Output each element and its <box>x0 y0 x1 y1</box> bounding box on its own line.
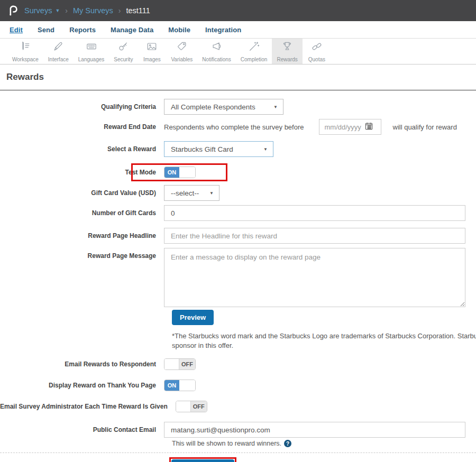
reward-end-date-label: Reward End Date <box>0 123 164 131</box>
tab-send[interactable]: Send <box>30 26 62 34</box>
interface-icon <box>52 40 65 55</box>
toolbar-item-languages[interactable]: Languages <box>74 39 109 64</box>
reward-headline-input[interactable] <box>164 228 465 244</box>
languages-icon <box>85 40 98 55</box>
end-date-prefix-text: Respondents who complete the survey befo… <box>164 123 304 131</box>
display-reward-label: Display Reward on Thank You Page <box>0 382 164 389</box>
notifications-icon <box>210 40 223 55</box>
toggle-knob <box>179 167 195 178</box>
workspace-icon <box>19 40 32 55</box>
tab-mobile[interactable]: Mobile <box>161 26 198 34</box>
reward-end-date-field[interactable] <box>319 119 381 135</box>
display-reward-toggle[interactable]: ON <box>164 380 196 391</box>
edit-sections-toolbar: Workspace Interface Languages Security I… <box>0 39 476 64</box>
dropdown-caret-icon: ▼ <box>273 105 278 109</box>
reward-headline-label: Reward Page Headline <box>0 232 164 239</box>
preview-button[interactable]: Preview <box>172 310 214 325</box>
help-icon[interactable]: ? <box>284 440 291 447</box>
toolbar-item-completion[interactable]: Completion <box>236 39 272 64</box>
toggle-on-segment: ON <box>164 167 179 178</box>
select-reward-label: Select a Reward <box>0 145 164 153</box>
contact-email-label: Public Contact Email <box>0 426 164 433</box>
gift-card-value-select[interactable]: --select-- ▼ <box>164 185 219 201</box>
toggle-off-segment: OFF <box>179 359 195 369</box>
quotas-icon <box>310 40 323 55</box>
toolbar-item-rewards[interactable]: Rewards <box>272 39 302 64</box>
highlight-box-save: Save Changes <box>169 457 236 462</box>
num-gift-cards-label: Number of Gift Cards <box>0 209 164 217</box>
toolbar-item-notifications[interactable]: Notifications <box>197 39 235 64</box>
email-admin-toggle[interactable]: OFF <box>176 401 207 412</box>
starbucks-disclaimer-wrap: *The Starbucks word mark and the Starbuc… <box>172 331 476 350</box>
toggle-on-segment: ON <box>164 380 179 391</box>
contact-email-helper: This will be shown to reward winners. ? <box>172 440 476 447</box>
breadcrumb-separator-icon: › <box>65 6 68 15</box>
test-mode-label: Test Mode <box>0 169 164 176</box>
rewards-panel: Rewards Qualifying Criteria All Complete… <box>0 64 476 462</box>
toolbar-item-variables[interactable]: Variables <box>166 39 197 64</box>
tab-manage-data[interactable]: Manage Data <box>103 26 161 34</box>
save-changes-button[interactable]: Save Changes <box>171 459 234 462</box>
tab-integration[interactable]: Integration <box>198 26 249 34</box>
questionpro-logo-icon[interactable] <box>6 4 20 17</box>
toolbar-item-images[interactable]: Images <box>138 39 166 64</box>
survey-menu-bar: Edit Send Reports Manage Data Mobile Int… <box>0 21 476 39</box>
completion-icon <box>248 40 260 55</box>
images-icon <box>145 40 158 55</box>
toggle-off-segment: OFF <box>191 401 207 412</box>
gift-card-value-label: Gift Card Value (USD) <box>0 189 164 197</box>
email-rewards-label: Email Rewards to Respondent <box>0 361 164 368</box>
qualifying-criteria-label: Qualifying Criteria <box>0 103 164 110</box>
reward-message-label: Reward Page Message <box>0 248 164 260</box>
email-admin-label: Email Survey Administrator Each Time Rew… <box>0 403 176 410</box>
calendar-icon[interactable] <box>365 122 373 132</box>
dropdown-caret-icon: ▼ <box>263 147 268 152</box>
page-title: Rewards <box>6 72 476 82</box>
save-section-divider <box>0 452 476 453</box>
chevron-down-icon[interactable]: ▼ <box>55 8 60 13</box>
dropdown-caret-icon: ▼ <box>209 191 214 196</box>
rewards-icon <box>281 40 294 55</box>
starbucks-disclaimer-text: *The Starbucks word mark and the Starbuc… <box>172 331 476 350</box>
toolbar-item-workspace[interactable]: Workspace <box>7 39 43 64</box>
qualifying-criteria-select[interactable]: All Complete Respondents ▼ <box>164 99 283 115</box>
reward-message-textarea[interactable] <box>164 248 465 307</box>
breadcrumb-current-survey: test111 <box>126 6 150 15</box>
rewards-form: Qualifying Criteria All Complete Respond… <box>0 90 476 462</box>
security-icon <box>117 40 130 55</box>
toggle-knob <box>179 380 195 391</box>
toolbar-item-quotas[interactable]: Quotas <box>303 39 331 64</box>
end-date-suffix-text: will qualify for reward <box>393 123 457 131</box>
contact-email-input[interactable] <box>164 422 465 438</box>
breadcrumb-surveys[interactable]: Surveys <box>24 6 52 15</box>
breadcrumb-separator-icon: › <box>118 6 121 15</box>
tab-reports[interactable]: Reports <box>62 26 103 34</box>
num-gift-cards-input[interactable] <box>164 205 465 221</box>
top-bar: Surveys ▼ › My Surveys › test111 <box>0 0 476 21</box>
toolbar-item-security[interactable]: Security <box>109 39 138 64</box>
email-rewards-toggle[interactable]: OFF <box>164 358 196 370</box>
test-mode-toggle[interactable]: ON <box>164 167 196 178</box>
breadcrumb-my-surveys[interactable]: My Surveys <box>73 6 113 15</box>
toolbar-item-interface[interactable]: Interface <box>43 39 74 64</box>
tab-edit[interactable]: Edit <box>2 26 30 34</box>
variables-icon <box>176 40 188 55</box>
reward-end-date-input[interactable] <box>325 120 365 134</box>
select-reward-select[interactable]: Starbucks Gift Card ▼ <box>164 141 273 157</box>
toggle-knob <box>164 359 179 369</box>
toggle-knob <box>176 401 191 412</box>
